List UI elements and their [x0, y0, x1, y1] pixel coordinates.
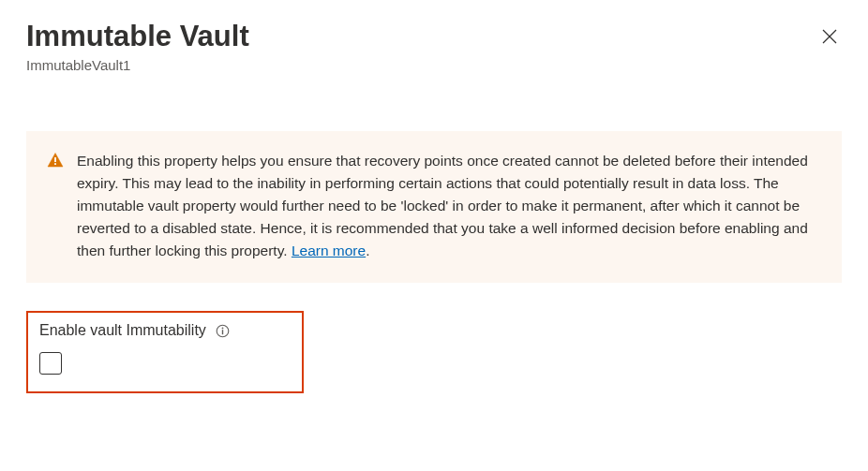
page-title: Immutable Vault — [26, 19, 249, 53]
control-label-row: Enable vault Immutability — [39, 322, 291, 339]
enable-immutability-section: Enable vault Immutability — [26, 311, 304, 393]
info-icon[interactable] — [216, 324, 230, 338]
page-subtitle: ImmutableVault1 — [26, 57, 249, 73]
warning-text: Enabling this property helps you ensure … — [77, 150, 821, 262]
warning-message: Enabling this property helps you ensure … — [77, 153, 808, 258]
enable-immutability-checkbox[interactable] — [39, 352, 62, 375]
checkbox-container — [39, 352, 291, 378]
close-icon — [821, 28, 838, 45]
learn-more-link[interactable]: Learn more — [292, 243, 366, 258]
svg-point-5 — [221, 327, 223, 329]
close-button[interactable] — [817, 24, 842, 49]
svg-rect-3 — [54, 163, 56, 165]
warning-panel: Enabling this property helps you ensure … — [26, 131, 842, 283]
svg-rect-2 — [54, 157, 56, 162]
warning-icon — [47, 152, 64, 169]
panel-header: Immutable Vault ImmutableVault1 — [26, 19, 842, 73]
svg-rect-6 — [222, 330, 223, 334]
header-titles: Immutable Vault ImmutableVault1 — [26, 19, 249, 73]
enable-immutability-label: Enable vault Immutability — [39, 322, 206, 339]
